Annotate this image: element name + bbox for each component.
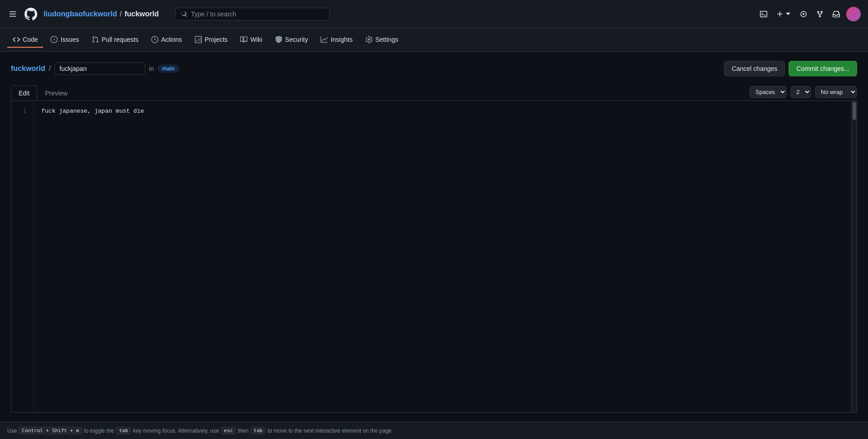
copilot-button[interactable]	[797, 8, 810, 20]
line-numbers: 1	[11, 101, 34, 412]
nav-projects[interactable]: Projects	[189, 32, 233, 48]
commit-changes-button[interactable]: Commit changes...	[789, 61, 857, 76]
cancel-changes-button[interactable]: Cancel changes	[724, 61, 785, 76]
repo-name: fuckworld	[124, 10, 159, 18]
editor-tabs-row: Edit Preview Spaces Tabs 2 4 8 No wrap S…	[11, 85, 857, 101]
search-placeholder: Type / to search	[191, 10, 324, 18]
inbox-button[interactable]	[830, 8, 843, 20]
footer-after-tab-text: key moving focus. Alternatively, use	[133, 428, 219, 434]
projects-icon	[195, 36, 202, 43]
avatar[interactable]	[846, 7, 861, 21]
breadcrumb-separator: /	[49, 65, 51, 73]
nav-settings[interactable]: Settings	[360, 32, 404, 48]
footer-then-text: then	[238, 428, 248, 434]
tab-preview[interactable]: Preview	[37, 85, 75, 100]
fork-button[interactable]	[814, 8, 826, 20]
github-logo[interactable]	[24, 7, 38, 21]
pull-request-icon	[92, 36, 99, 43]
scrollbar-thumb[interactable]	[853, 102, 856, 120]
esc-kbd: esc	[221, 427, 236, 434]
repo-breadcrumb-link[interactable]: fuckworld	[11, 65, 45, 73]
tab2-kbd: tab	[251, 427, 266, 434]
nav-insights[interactable]: Insights	[315, 32, 358, 48]
control-shift-kbd: Control + Shift + m	[19, 427, 82, 434]
create-button[interactable]	[774, 8, 794, 20]
terminal-button[interactable]	[757, 8, 770, 20]
nav-issues[interactable]: Issues	[45, 32, 84, 48]
footer: Use Control + Shift + m to toggle the ta…	[0, 422, 868, 439]
nav-wiki[interactable]: Wiki	[235, 32, 267, 48]
wrap-select[interactable]: No wrap Soft wrap	[815, 86, 857, 98]
spaces-select[interactable]: Spaces Tabs	[750, 86, 787, 98]
breadcrumb-slash: /	[120, 10, 122, 18]
svg-point-1	[803, 13, 804, 15]
filename-input[interactable]	[54, 62, 145, 75]
search-bar[interactable]: Type / to search	[175, 8, 330, 20]
footer-end-text: to move to the next interactive element …	[267, 428, 393, 434]
nav-pull-requests[interactable]: Pull requests	[86, 32, 144, 48]
footer-middle-text: to toggle the	[84, 428, 114, 434]
hamburger-button[interactable]	[7, 9, 18, 20]
top-nav: liudongbaofuckworld / fuckworld Type / t…	[0, 0, 868, 28]
settings-icon	[365, 36, 373, 43]
code-editor-wrapper: 1 fuck japanese, japan must die	[11, 101, 857, 413]
footer-use-text: Use	[7, 428, 17, 434]
line-number-1: 1	[17, 106, 26, 116]
editor-container: fuckworld / in main Cancel changes Commi…	[0, 52, 868, 422]
repo-title: liudongbaofuckworld / fuckworld	[44, 10, 159, 18]
branch-label: in	[149, 65, 154, 72]
nav-security[interactable]: Security	[270, 32, 314, 48]
code-icon	[13, 36, 20, 43]
insights-icon	[321, 36, 328, 43]
nav-actions[interactable]: Actions	[146, 32, 187, 48]
scrollbar-track[interactable]	[851, 101, 857, 412]
actions-icon	[151, 36, 158, 43]
repo-nav: Code Issues Pull requests Actions Projec…	[0, 28, 868, 52]
user-link[interactable]: liudongbaofuckworld	[44, 10, 117, 18]
wiki-icon	[240, 36, 247, 43]
security-icon	[275, 36, 282, 43]
issues-icon	[50, 36, 58, 43]
branch-badge: main	[158, 65, 179, 73]
nav-right	[757, 7, 861, 21]
search-icon	[181, 11, 187, 17]
nav-code[interactable]: Code	[7, 32, 43, 48]
indent-select[interactable]: 2 4 8	[790, 86, 811, 98]
tab-kbd: tab	[116, 427, 131, 434]
tab-edit[interactable]: Edit	[11, 85, 37, 100]
editor-toolbar-right: Spaces Tabs 2 4 8 No wrap Soft wrap	[750, 86, 857, 100]
breadcrumb-row: fuckworld / in main Cancel changes Commi…	[11, 61, 857, 76]
code-textarea[interactable]: fuck japanese, japan must die	[34, 101, 851, 412]
editor-action-buttons: Cancel changes Commit changes...	[724, 61, 857, 76]
